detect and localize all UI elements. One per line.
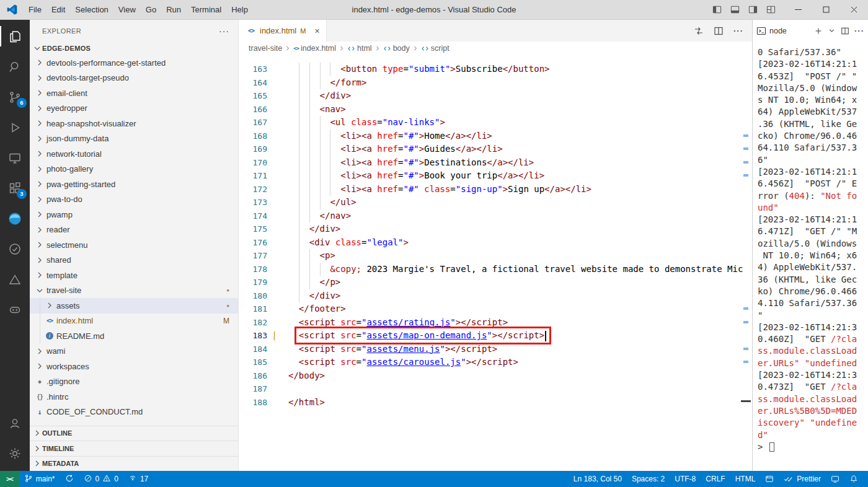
section-metadata[interactable]: METADATA <box>30 456 238 472</box>
folder-assets[interactable]: assets● <box>30 298 238 314</box>
activity-search-icon[interactable] <box>0 51 30 82</box>
terminal-more-actions-icon[interactable]: ··· <box>854 26 864 35</box>
code-line-171[interactable]: 171 <li><a href="#">Book your trip</a></… <box>239 169 752 183</box>
activity-source-control-icon[interactable]: 6 <box>0 82 30 112</box>
folder-wami[interactable]: wami <box>30 344 238 359</box>
menu-run[interactable]: Run <box>161 2 186 17</box>
breadcrumb-body[interactable]: body <box>383 44 410 53</box>
code-editor[interactable]: 163 <button type="submit">Subscribe</but… <box>239 55 752 471</box>
open-changes-icon[interactable] <box>694 26 704 36</box>
breadcrumb-travel-site[interactable]: travel-site <box>249 44 282 53</box>
terminal-profile-chevron-icon[interactable] <box>828 27 836 35</box>
menu-view[interactable]: View <box>113 2 141 17</box>
code-line-184[interactable]: 184 <script src="assets/menu.js"></scrip… <box>239 343 752 356</box>
menu-selection[interactable]: Selection <box>70 2 113 17</box>
problems-indicator[interactable]: 0 0 <box>79 471 123 487</box>
minimize-button[interactable] <box>784 0 812 19</box>
folder-selectmenu[interactable]: selectmenu <box>30 237 238 253</box>
eol-selector[interactable]: CRLF <box>701 471 730 487</box>
folder-shared[interactable]: shared <box>30 253 238 268</box>
new-terminal-icon[interactable] <box>814 27 823 35</box>
folder-pwa-to-do[interactable]: pwa-to-do <box>30 192 238 208</box>
maximize-button[interactable] <box>812 0 840 19</box>
code-line-172[interactable]: 172 <li><a href="#" class="sign-up">Sign… <box>239 183 752 196</box>
activity-account-icon[interactable] <box>0 408 30 438</box>
folder-template[interactable]: template <box>30 268 238 283</box>
folder-photo-gallery[interactable]: photo-gallery <box>30 162 238 177</box>
toggle-panel-icon[interactable] <box>730 5 740 14</box>
code-line-179[interactable]: 179 </p> <box>239 276 752 289</box>
code-line-177[interactable]: 177 <p> <box>239 249 752 263</box>
folder-devtools-target-pseudo[interactable]: devtools-target-pseudo <box>30 71 238 86</box>
folder-devtools-performance-get-started[interactable]: devtools-performance-get-started <box>30 55 238 71</box>
breadcrumb-script[interactable]: script <box>421 44 450 53</box>
split-terminal-icon[interactable] <box>841 27 849 35</box>
folder-pwamp[interactable]: pwamp <box>30 207 238 222</box>
file-CODE_OF_CONDUCT.md[interactable]: ↓CODE_OF_CONDUCT.md <box>30 405 238 420</box>
remote-indicator[interactable]: >< <box>0 471 19 487</box>
ports-indicator[interactable]: 17 <box>123 471 153 487</box>
cursor-position[interactable]: Ln 183, Col 50 <box>569 471 627 487</box>
menu-edit[interactable]: Edit <box>46 2 70 17</box>
folder-heap-snapshot-visualizer[interactable]: heap-snapshot-visualizer <box>30 116 238 131</box>
file-.hintrc[interactable]: {}.hintrc <box>30 389 238 405</box>
folder-pwa-getting-started[interactable]: pwa-getting-started <box>30 177 238 192</box>
section-outline[interactable]: OUTLINE <box>30 426 238 441</box>
editor-more-actions-icon[interactable]: ··· <box>733 26 743 35</box>
activity-remote-explorer-icon[interactable] <box>0 143 30 173</box>
file-README.md[interactable]: iREADME.md <box>30 328 238 344</box>
activity-extensions-icon[interactable]: 3 <box>0 173 30 203</box>
code-line-183[interactable]: 183 <script src="assets/map-on-demand.js… <box>239 329 752 343</box>
code-line-166[interactable]: 166 <nav> <box>239 103 752 116</box>
close-button[interactable] <box>840 0 868 19</box>
encoding[interactable]: UTF-8 <box>670 471 701 487</box>
toggle-primary-sidebar-icon[interactable] <box>712 5 722 14</box>
activity-copilot-icon[interactable] <box>0 294 30 325</box>
sync-button[interactable] <box>60 471 79 487</box>
activity-triangle-icon[interactable] <box>0 264 30 294</box>
split-editor-icon[interactable] <box>714 26 724 36</box>
menu-help[interactable]: Help <box>226 2 253 17</box>
terminal-tab-node[interactable]: node <box>769 27 787 35</box>
menu-go[interactable]: Go <box>141 2 161 17</box>
folder-eyedropper[interactable]: eyedropper <box>30 101 238 116</box>
folder-reader[interactable]: reader <box>30 222 238 238</box>
code-line-164[interactable]: 164 </form> <box>239 76 752 90</box>
folder-email-client[interactable]: email-client <box>30 86 238 101</box>
section-timeline[interactable]: TIMELINE <box>30 441 238 456</box>
code-line-176[interactable]: 176 <div class="legal"> <box>239 236 752 250</box>
folder-travel-site[interactable]: travel-site● <box>30 283 238 299</box>
code-line-175[interactable]: 175 </div> <box>239 222 752 236</box>
explorer-more-actions-icon[interactable]: ··· <box>219 26 229 36</box>
toggle-secondary-sidebar-icon[interactable] <box>748 5 758 14</box>
code-line-182[interactable]: 182 <script src="assets/rating.js"></scr… <box>239 316 752 330</box>
code-line-186[interactable]: 186</body> <box>239 369 752 383</box>
browser-preview-icon[interactable] <box>760 471 779 487</box>
menu-terminal[interactable]: Terminal <box>186 2 226 17</box>
code-line-185[interactable]: 185 <script src="assets/carousel.js"></s… <box>239 356 752 369</box>
terminal-output[interactable]: 0 Safari/537.36"[2023-02-16T14:21:16.453… <box>753 42 868 471</box>
file-index.html[interactable]: <>index.htmlM <box>30 314 238 329</box>
breadcrumb-html[interactable]: html <box>347 44 372 53</box>
code-line-181[interactable]: 181 </footer> <box>239 302 752 316</box>
activity-settings-icon[interactable] <box>0 438 30 468</box>
workspace-root[interactable]: EDGE-DEMOS <box>30 42 238 55</box>
code-line-187[interactable]: 187 <box>239 382 752 396</box>
language-mode[interactable]: HTML <box>730 471 761 487</box>
code-line-170[interactable]: 170 <li><a href="#">Destinations</a></li… <box>239 156 752 170</box>
folder-json-dummy-data[interactable]: json-dummy-data <box>30 131 238 147</box>
indentation[interactable]: Spaces: 2 <box>627 471 670 487</box>
git-branch-indicator[interactable]: main* <box>19 471 60 487</box>
activity-explorer-icon[interactable] <box>0 21 30 51</box>
code-line-180[interactable]: 180 </div> <box>239 289 752 303</box>
formatter-indicator[interactable]: Prettier <box>779 471 826 487</box>
customize-layout-icon[interactable] <box>766 5 776 14</box>
code-line-168[interactable]: 168 <li><a href="#">Home</a></li> <box>239 129 752 143</box>
code-line-163[interactable]: 163 <button type="submit">Subscribe</but… <box>239 63 752 76</box>
file-.gitignore[interactable]: ◆.gitignore <box>30 374 238 390</box>
screencast-icon[interactable] <box>826 471 844 487</box>
folder-network-tutorial[interactable]: network-tutorial <box>30 146 238 162</box>
close-tab-icon[interactable]: × <box>314 26 319 36</box>
code-line-174[interactable]: 174 </nav> <box>239 209 752 223</box>
folder-workspaces[interactable]: workspaces <box>30 359 238 374</box>
